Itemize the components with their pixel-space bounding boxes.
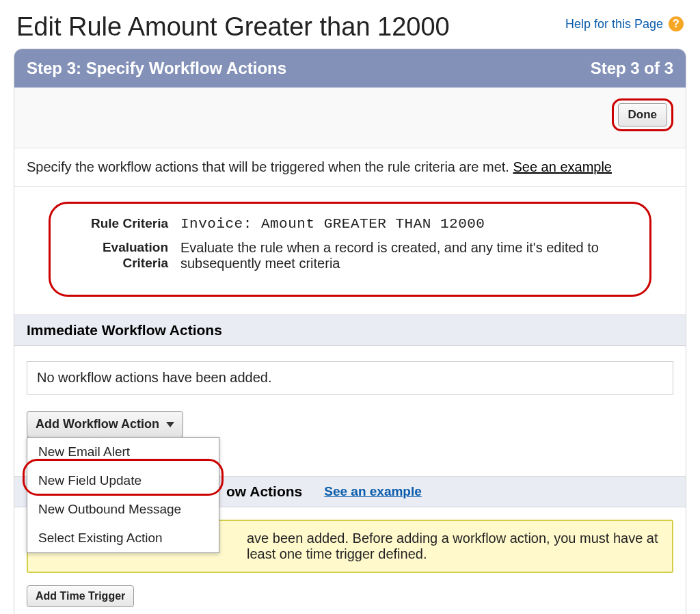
intro-text: Specify the workflow actions that will b…	[14, 148, 686, 187]
evaluation-criteria-value: Evaluate the rule when a record is creat…	[180, 240, 634, 271]
rule-criteria-label: Rule Criteria	[66, 216, 168, 232]
step-title: Step 3: Specify Workflow Actions	[27, 59, 286, 78]
time-dependent-title-fragment: ow Actions	[226, 483, 302, 500]
chevron-down-icon	[166, 422, 174, 427]
help-link-label: Help for this Page	[565, 17, 663, 31]
time-dependent-info-text: ave been added. Before adding a workflow…	[247, 531, 658, 561]
menu-item-new-email-alert[interactable]: New Email Alert	[27, 438, 219, 466]
help-icon: ?	[669, 16, 684, 31]
immediate-actions-header: Immediate Workflow Actions	[14, 315, 686, 346]
add-workflow-action-menu: New Email Alert New Field Update New Out…	[27, 437, 219, 553]
page-title: Edit Rule Amount Greater than 12000	[16, 12, 450, 42]
done-highlight: Done	[612, 98, 674, 131]
menu-item-new-field-update[interactable]: New Field Update	[27, 466, 219, 495]
see-example-link[interactable]: See an example	[513, 159, 612, 174]
immediate-actions-title: Immediate Workflow Actions	[27, 322, 222, 338]
step-counter: Step 3 of 3	[591, 59, 673, 78]
criteria-highlight: Rule Criteria Invoice: Amount GREATER TH…	[49, 202, 651, 297]
workflow-panel: Step 3: Specify Workflow Actions Step 3 …	[14, 49, 686, 614]
add-workflow-action-label: Add Workflow Action	[36, 417, 159, 431]
done-row: Done	[14, 88, 686, 148]
rule-criteria-value: Invoice: Amount GREATER THAN 12000	[180, 216, 634, 232]
done-button[interactable]: Done	[618, 103, 668, 126]
step-bar: Step 3: Specify Workflow Actions Step 3 …	[14, 49, 686, 88]
intro-body: Specify the workflow actions that will b…	[27, 159, 513, 174]
add-workflow-action-dropdown[interactable]: Add Workflow Action	[27, 411, 183, 438]
menu-item-new-outbound-message[interactable]: New Outbound Message	[27, 495, 219, 524]
menu-item-select-existing-action[interactable]: Select Existing Action	[27, 524, 219, 552]
immediate-empty-msg: No workflow actions have been added.	[27, 361, 673, 395]
add-time-trigger-button[interactable]: Add Time Trigger	[27, 585, 134, 607]
evaluation-criteria-label: Evaluation Criteria	[66, 240, 168, 271]
time-dependent-see-example-link[interactable]: See an example	[324, 484, 422, 499]
help-link[interactable]: Help for this Page ?	[565, 12, 684, 31]
